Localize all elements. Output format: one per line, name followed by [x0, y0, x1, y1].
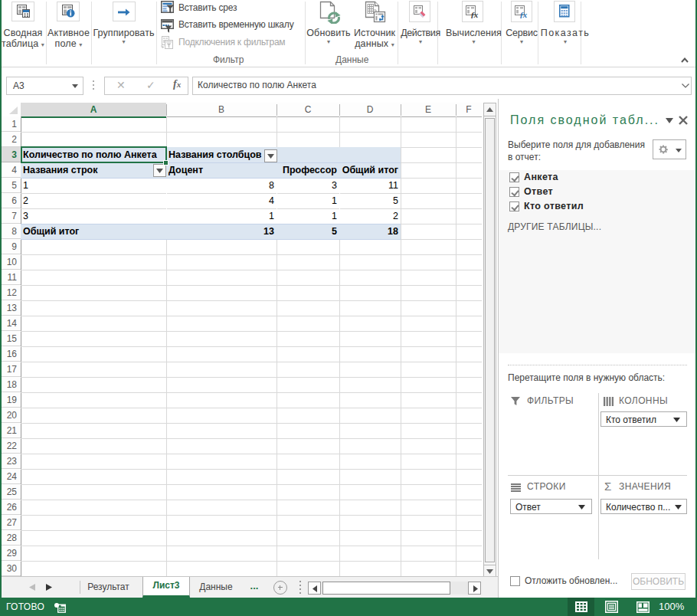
- svg-text:fx: fx: [520, 10, 528, 19]
- svg-text:fx: fx: [471, 10, 479, 19]
